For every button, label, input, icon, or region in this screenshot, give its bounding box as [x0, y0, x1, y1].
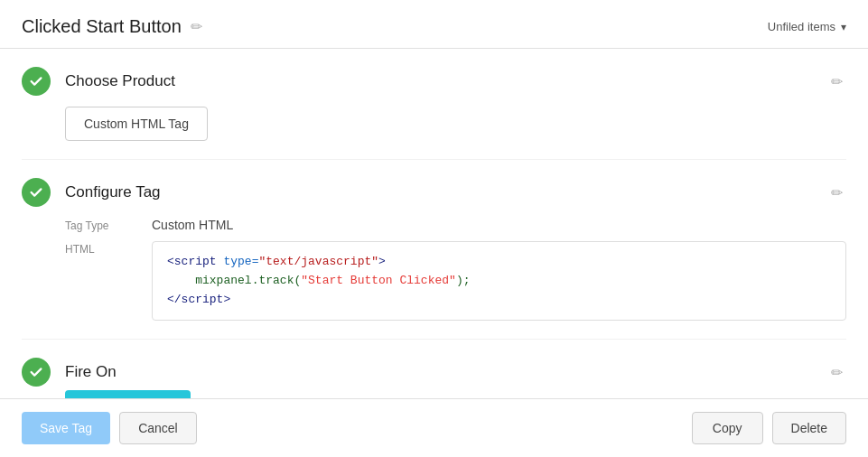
configure-grid: Tag Type Custom HTML HTML <script type="… [65, 218, 846, 321]
edit-choose-product-icon[interactable]: ✏ [827, 70, 846, 94]
footer: Save Tag Cancel Copy Delete [0, 398, 868, 457]
section-choose-product: Choose Product ✏ Custom HTML Tag [22, 49, 846, 160]
code-block: <script type="text/javascript"> mixpanel… [152, 241, 846, 321]
edit-title-icon[interactable]: ✏ [191, 18, 202, 35]
section-title-left: Choose Product [22, 67, 827, 96]
header-left: Clicked Start Button ✏ [22, 16, 202, 37]
footer-left: Save Tag Cancel [22, 412, 197, 444]
checkmark-icon [28, 184, 44, 201]
fire-on-body: Clicked Start... [65, 390, 846, 398]
cancel-button[interactable]: Cancel [119, 412, 197, 444]
section-configure-tag: Configure Tag ✏ Tag Type Custom HTML HTM… [22, 160, 846, 340]
custom-html-tag-box: Custom HTML Tag [65, 107, 208, 141]
unfiled-items-label: Unfiled items [768, 20, 835, 33]
page-title: Clicked Start Button [22, 16, 182, 37]
section-choose-product-title: Choose Product [65, 72, 175, 90]
checkmark-icon [28, 364, 44, 380]
section-fire-on: Fire On ✏ Clicked Start... [22, 340, 846, 398]
section-configure-title: Configure Tag [65, 183, 161, 201]
header: Clicked Start Button ✏ Unfiled items ▾ [0, 0, 868, 49]
configure-title-left: Configure Tag [22, 178, 827, 207]
main-content: Choose Product ✏ Custom HTML Tag Configu… [0, 49, 868, 398]
checkmark-icon [28, 73, 44, 89]
edit-fire-on-icon[interactable]: ✏ [827, 360, 846, 385]
code-line-1: <script type="text/javascript"> [167, 253, 831, 272]
configure-tag-body: Tag Type Custom HTML HTML <script type="… [65, 218, 846, 321]
check-circle-configure [22, 178, 51, 207]
tag-type-label: Tag Type [65, 218, 137, 232]
check-circle-fire-on [22, 358, 51, 387]
code-line-3: </script> [167, 291, 831, 310]
configure-title-row: Configure Tag ✏ [22, 178, 846, 207]
delete-button[interactable]: Delete [772, 412, 846, 444]
edit-configure-icon[interactable]: ✏ [827, 181, 846, 205]
fire-on-title-row: Fire On ✏ [22, 358, 846, 387]
code-line-2: mixpanel.track("Start Button Clicked"); [167, 272, 831, 291]
section-title-row: Choose Product ✏ [22, 67, 846, 96]
unfiled-items-menu[interactable]: Unfiled items ▾ [768, 20, 846, 33]
copy-button[interactable]: Copy [692, 412, 763, 444]
tag-type-value: Custom HTML [152, 218, 846, 232]
check-circle-choose-product [22, 67, 51, 96]
clicked-start-button[interactable]: Clicked Start... [65, 390, 191, 398]
footer-right: Copy Delete [692, 412, 846, 444]
html-label: HTML [65, 241, 137, 256]
choose-product-body: Custom HTML Tag [65, 107, 846, 141]
page-wrapper: Clicked Start Button ✏ Unfiled items ▾ C… [0, 0, 868, 457]
fire-on-title-left: Fire On [22, 358, 827, 387]
chevron-down-icon: ▾ [841, 21, 846, 33]
save-tag-button[interactable]: Save Tag [22, 412, 110, 444]
section-fire-on-title: Fire On [65, 363, 117, 381]
